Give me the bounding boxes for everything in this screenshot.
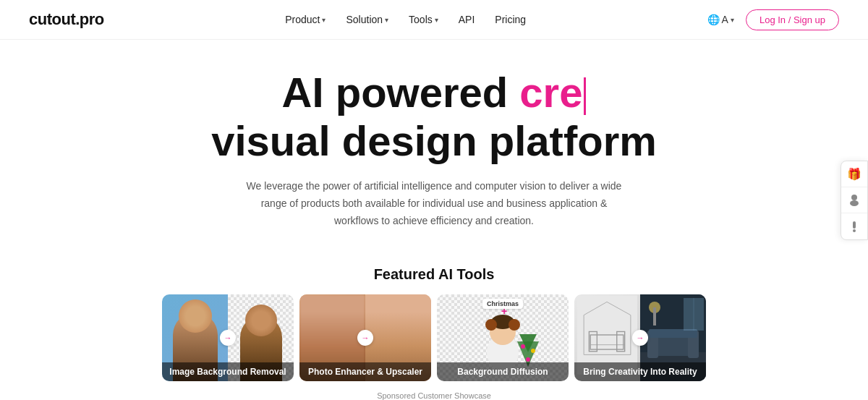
language-selector[interactable]: 🌐 A ▾ [707, 14, 734, 25]
card-creativity[interactable]: Bring Creativity Into Reality [574, 294, 706, 381]
chevron-down-icon: ▾ [385, 16, 388, 24]
nav-api[interactable]: API [459, 14, 475, 25]
sponsored-text: Sponsored Customer Showcase [0, 391, 868, 400]
card-background-diffusion[interactable]: Christmas + [437, 294, 569, 381]
svg-point-10 [526, 357, 530, 362]
alert-icon [848, 220, 861, 233]
gift-widget[interactable]: 🎁 [841, 161, 867, 187]
nav-solution[interactable]: Solution ▾ [346, 14, 388, 25]
card-label: Bring Creativity Into Reality [574, 362, 706, 381]
svg-point-32 [850, 200, 859, 206]
alert-widget[interactable] [841, 213, 867, 239]
christmas-badge: Christmas [482, 299, 523, 309]
chevron-down-icon: ▾ [731, 16, 734, 24]
card-background-removal[interactable]: Image Background Removal [162, 294, 294, 381]
svg-rect-30 [653, 307, 656, 325]
cards-row: Image Background Removal Photo Enhancer … [14, 294, 854, 381]
featured-title: Featured AI Tools [14, 266, 854, 283]
svg-rect-33 [853, 221, 856, 229]
hero-title: AI powered cre visual design platform [14, 69, 854, 165]
svg-point-31 [851, 195, 857, 200]
card-label: Image Background Removal [162, 362, 294, 381]
logo[interactable]: cutout.pro [29, 10, 104, 29]
chevron-down-icon: ▾ [322, 16, 326, 24]
main-nav: Product ▾ Solution ▾ Tools ▾ API Pricing [285, 14, 526, 25]
chevron-down-icon: ▾ [435, 16, 438, 24]
card-photo-enhancer[interactable]: Photo Enhancer & Upscaler [299, 294, 431, 381]
hero-subtitle: We leverage the power of artificial inte… [246, 178, 622, 229]
arrow-icon [357, 330, 373, 346]
header: cutout.pro Product ▾ Solution ▾ Tools ▾ … [0, 0, 868, 40]
login-button[interactable]: Log In / Sign up [746, 9, 839, 30]
svg-point-9 [531, 349, 535, 353]
text-cursor [584, 77, 586, 115]
svg-point-8 [521, 344, 525, 349]
nav-pricing[interactable]: Pricing [495, 14, 526, 25]
side-widgets: 🎁 [841, 161, 868, 240]
nav-product[interactable]: Product ▾ [285, 14, 326, 25]
arrow-icon [632, 330, 648, 346]
arrow-icon [220, 330, 236, 346]
svg-point-4 [509, 319, 520, 331]
header-right: 🌐 A ▾ Log In / Sign up [707, 9, 839, 30]
hero-section: AI powered cre visual design platform We… [0, 40, 868, 266]
avatar-widget[interactable] [841, 187, 867, 213]
card-label: Photo Enhancer & Upscaler [299, 362, 431, 381]
svg-point-3 [485, 319, 497, 331]
featured-section: Featured AI Tools Image Background Remov… [0, 266, 868, 381]
user-icon [848, 193, 861, 206]
nav-tools[interactable]: Tools ▾ [409, 14, 438, 25]
card-label: Background Diffusion [437, 362, 569, 381]
svg-point-34 [853, 229, 856, 232]
